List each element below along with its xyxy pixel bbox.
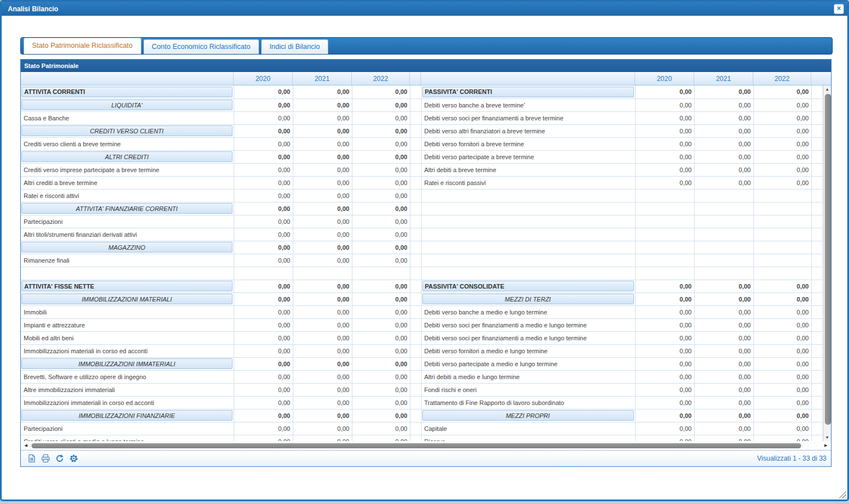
value-cell[interactable]: 0,00 bbox=[694, 409, 753, 422]
close-button[interactable]: × bbox=[834, 4, 844, 14]
value-cell[interactable]: 0,00 bbox=[694, 331, 753, 344]
value-cell[interactable]: 0,00 bbox=[234, 370, 293, 383]
grid-row[interactable]: IMMOBILIZZAZIONI MATERIALI0,000,000,00ME… bbox=[21, 292, 823, 305]
value-cell[interactable]: 0,00 bbox=[234, 305, 293, 318]
row-label-cell[interactable]: Debiti verso banche a breve termine' bbox=[421, 98, 635, 111]
value-cell[interactable] bbox=[753, 215, 811, 228]
value-cell[interactable] bbox=[694, 241, 753, 254]
value-cell[interactable]: 0,00 bbox=[293, 370, 352, 383]
value-cell[interactable]: 0,00 bbox=[234, 163, 293, 176]
value-cell[interactable]: 0,00 bbox=[293, 241, 352, 254]
value-cell[interactable]: 0,00 bbox=[234, 383, 293, 396]
grid-row[interactable]: Altre immobilizzazioni immateriali0,000,… bbox=[21, 383, 823, 396]
value-cell[interactable]: 0,00 bbox=[293, 150, 352, 163]
value-cell[interactable]: 0,00 bbox=[635, 344, 694, 357]
value-cell[interactable]: 0,00 bbox=[234, 98, 293, 111]
value-cell[interactable]: 0,00 bbox=[753, 86, 811, 98]
grid-row[interactable]: Immobili0,000,000,00Debiti verso banche … bbox=[21, 305, 823, 318]
value-cell[interactable]: 0,00 bbox=[694, 292, 753, 305]
value-cell[interactable] bbox=[694, 228, 753, 241]
value-cell[interactable]: 0,00 bbox=[694, 396, 753, 409]
scroll-down-button[interactable]: ▼ bbox=[824, 434, 832, 441]
value-cell[interactable]: 0,00 bbox=[352, 396, 410, 409]
value-cell[interactable]: 0,00 bbox=[234, 150, 293, 163]
value-cell[interactable]: 0,00 bbox=[753, 344, 811, 357]
row-label-cell[interactable]: Riserve bbox=[421, 435, 635, 441]
value-cell[interactable]: 0,00 bbox=[694, 370, 753, 383]
print-button[interactable] bbox=[39, 452, 52, 465]
vertical-scroll-track[interactable] bbox=[824, 93, 832, 434]
grid-row[interactable]: Brevetti, Software e utilizzo opere di i… bbox=[21, 370, 823, 383]
row-label-cell[interactable]: Altri titoli/strumenti finanziari deriva… bbox=[21, 228, 234, 241]
value-cell[interactable] bbox=[753, 254, 811, 267]
value-cell[interactable]: 0,00 bbox=[635, 422, 694, 435]
value-cell[interactable]: 0,00 bbox=[352, 163, 410, 176]
value-cell[interactable] bbox=[635, 241, 694, 254]
value-cell[interactable]: 0,00 bbox=[694, 422, 753, 435]
value-cell[interactable] bbox=[753, 241, 811, 254]
value-cell[interactable]: 0,00 bbox=[352, 176, 410, 189]
value-cell[interactable]: 0,00 bbox=[753, 422, 811, 435]
value-cell[interactable]: 0,00 bbox=[694, 383, 753, 396]
value-cell[interactable]: 0,00 bbox=[234, 331, 293, 344]
value-cell[interactable]: 0,00 bbox=[234, 202, 293, 215]
row-label-cell[interactable]: IMMOBILIZZAZIONI IMMATERIALI bbox=[21, 357, 234, 370]
value-cell[interactable]: 0,00 bbox=[753, 280, 811, 292]
value-cell[interactable]: 0,00 bbox=[694, 280, 753, 292]
value-cell[interactable]: 0,00 bbox=[293, 228, 352, 241]
value-cell[interactable] bbox=[635, 267, 694, 280]
value-cell[interactable]: 0,00 bbox=[694, 305, 753, 318]
grid-row[interactable]: Crediti verso clienti a breve termine0,0… bbox=[21, 137, 823, 150]
value-cell[interactable]: 0,00 bbox=[635, 409, 694, 422]
value-cell[interactable] bbox=[694, 189, 753, 202]
value-cell[interactable]: 0,00 bbox=[635, 150, 694, 163]
value-cell[interactable]: 0,00 bbox=[293, 176, 352, 189]
value-cell[interactable]: 0,00 bbox=[694, 150, 753, 163]
value-cell[interactable]: 0,00 bbox=[352, 189, 410, 202]
value-cell[interactable]: 0,00 bbox=[234, 176, 293, 189]
row-label-cell[interactable]: MAGAZZINO bbox=[21, 241, 234, 254]
row-label-cell[interactable]: Altri crediti a breve termine bbox=[21, 176, 234, 189]
row-label-cell[interactable]: Brevetti, Software e utilizzo opere di i… bbox=[21, 370, 234, 383]
value-cell[interactable]: 0,00 bbox=[234, 111, 293, 124]
value-cell[interactable]: 0,00 bbox=[694, 86, 753, 98]
row-label-cell[interactable]: ATTIVITA' FISSE NETTE bbox=[21, 280, 234, 292]
grid-row[interactable]: Cassa e Banche0,000,000,00Debiti verso s… bbox=[21, 111, 823, 124]
value-cell[interactable] bbox=[694, 202, 753, 215]
value-cell[interactable]: 0,00 bbox=[234, 228, 293, 241]
value-cell[interactable]: 0,00 bbox=[234, 241, 293, 254]
value-cell[interactable]: 0,00 bbox=[352, 331, 410, 344]
row-label-cell[interactable] bbox=[21, 267, 234, 280]
value-cell[interactable]: 0,00 bbox=[352, 292, 410, 305]
value-cell[interactable]: 0,00 bbox=[352, 409, 410, 422]
value-cell[interactable] bbox=[635, 215, 694, 228]
value-cell[interactable] bbox=[753, 202, 811, 215]
value-cell[interactable]: 0,00 bbox=[352, 98, 410, 111]
value-cell[interactable]: 0,00 bbox=[635, 331, 694, 344]
row-label-cell[interactable] bbox=[421, 228, 635, 241]
scroll-up-button[interactable]: ▲ bbox=[824, 86, 832, 93]
value-cell[interactable]: 0,00 bbox=[293, 124, 352, 137]
value-cell[interactable]: 0,00 bbox=[293, 344, 352, 357]
value-cell[interactable]: 0,00 bbox=[694, 124, 753, 137]
value-cell[interactable] bbox=[753, 267, 811, 280]
value-cell[interactable]: 0,00 bbox=[234, 137, 293, 150]
value-cell[interactable]: 0,00 bbox=[635, 357, 694, 370]
value-cell[interactable]: 0,00 bbox=[293, 98, 352, 111]
row-label-cell[interactable]: Altre immobilizzazioni immateriali bbox=[21, 383, 234, 396]
grid-row[interactable]: Partecipazioni0,000,000,00 bbox=[21, 215, 823, 228]
value-cell[interactable]: 0,00 bbox=[753, 435, 811, 441]
row-label-cell[interactable]: Altri debiti a medio e lungo termine bbox=[421, 370, 635, 383]
value-cell[interactable] bbox=[753, 189, 811, 202]
row-label-cell[interactable]: Immobilizzazioni materiali in corso ed a… bbox=[21, 344, 234, 357]
value-cell[interactable]: 0,00 bbox=[234, 280, 293, 292]
value-cell[interactable]: 0,00 bbox=[753, 111, 811, 124]
value-cell[interactable]: 0,00 bbox=[635, 370, 694, 383]
value-cell[interactable]: 0,00 bbox=[694, 137, 753, 150]
row-label-cell[interactable] bbox=[421, 202, 635, 215]
value-cell[interactable]: 0,00 bbox=[234, 435, 293, 441]
value-cell[interactable]: 0,00 bbox=[753, 357, 811, 370]
value-cell[interactable]: 0,00 bbox=[352, 137, 410, 150]
value-cell[interactable]: 0,00 bbox=[635, 383, 694, 396]
grid-row[interactable]: Ratei e risconti attivi0,000,000,00 bbox=[21, 189, 823, 202]
